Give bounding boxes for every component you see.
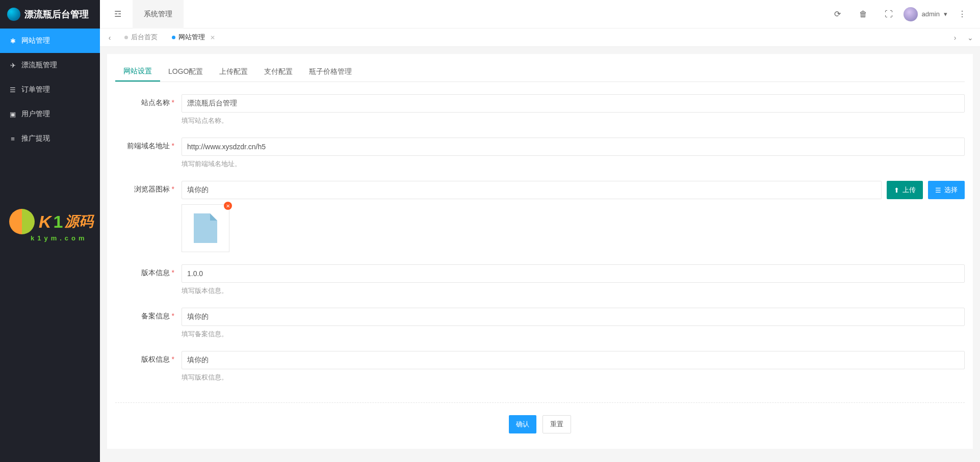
sidebar-item-users[interactable]: ▣ 用户管理 [0, 102, 100, 126]
brand-title: 漂流瓶后台管理 [24, 8, 89, 20]
sidebar-item-bottle[interactable]: ✈ 漂流瓶管理 [0, 53, 100, 77]
label-beian: 备案信息 [141, 312, 170, 320]
reset-label: 重置 [550, 420, 563, 429]
row-copyright: 版权信息* 填写版权信息。 [115, 351, 965, 394]
sidebar-item-label: 用户管理 [21, 110, 50, 119]
tab-logo-config[interactable]: LOGO配置 [160, 62, 211, 81]
chevron-down-icon: ▾ [944, 10, 947, 18]
sidebar-item-label: 网站管理 [21, 36, 50, 45]
inner-tab-label: 支付配置 [264, 67, 293, 76]
favicon-input[interactable] [182, 181, 882, 199]
required-mark: * [172, 268, 174, 277]
main: ☲ 系统管理 ⟳ 🗑 ⛶ admin ▾ ⋮ ‹ 后台首页 网站管理 [100, 0, 980, 462]
inner-tab-label: LOGO配置 [168, 67, 203, 76]
tab-pay-config[interactable]: 支付配置 [256, 62, 301, 81]
tab-dot-icon [172, 36, 175, 39]
page-body: 网站设置 LOGO配置 上传配置 支付配置 瓶子价格管理 站点名称* 填写站点名… [100, 47, 980, 462]
panel-website-settings: 网站设置 LOGO配置 上传配置 支付配置 瓶子价格管理 站点名称* 填写站点名… [107, 54, 973, 449]
file-icon [194, 213, 217, 243]
inner-tabs: 网站设置 LOGO配置 上传配置 支付配置 瓶子价格管理 [115, 62, 965, 82]
confirm-label: 确认 [516, 420, 529, 429]
menu-toggle-icon[interactable]: ☲ [107, 0, 128, 29]
tabstrip-tab-website[interactable]: 网站管理 ✕ [165, 29, 222, 47]
tabstrip-dropdown-icon[interactable]: ⌄ [963, 34, 978, 42]
inner-tab-label: 网站设置 [123, 67, 152, 76]
label-version: 版本信息 [141, 268, 170, 277]
favicon-thumbnail: ✕ [182, 204, 229, 252]
upload-label: 上传 [902, 185, 916, 195]
username: admin [922, 10, 940, 18]
inner-tab-label: 上传配置 [219, 67, 248, 76]
required-mark: * [172, 98, 174, 106]
help-beian: 填写备案信息。 [182, 330, 965, 339]
sidebar-item-website[interactable]: ✱ 网站管理 [0, 29, 100, 53]
sidebar-item-label: 漂流瓶管理 [21, 61, 57, 70]
row-site-name: 站点名称* 填写站点名称。 [115, 94, 965, 138]
select-label: 选择 [944, 185, 958, 195]
reset-button[interactable]: 重置 [543, 415, 571, 433]
sidebar: 漂流瓶后台管理 ✱ 网站管理 ✈ 漂流瓶管理 ☰ 订单管理 ▣ 用户管理 ≡ 推… [0, 0, 100, 462]
avatar [904, 7, 918, 21]
copyright-input[interactable] [182, 351, 965, 369]
topbar-systab-label: 系统管理 [144, 10, 172, 19]
close-icon[interactable]: ✕ [210, 34, 215, 41]
tab-dot-icon [124, 36, 128, 39]
globe-icon: ✱ [9, 37, 16, 45]
help-site-name: 填写站点名称。 [182, 117, 965, 125]
required-mark: * [172, 312, 174, 320]
upload-icon: ⬆ [894, 186, 899, 194]
user-menu[interactable]: admin ▾ [904, 7, 947, 21]
row-favicon: 浏览器图标* ⬆上传 ☰选择 ✕ [115, 181, 965, 264]
help-copyright: 填写版权信息。 [182, 373, 965, 382]
tab-label: 后台首页 [131, 33, 158, 42]
more-icon[interactable]: ⋮ [951, 0, 973, 29]
version-input[interactable] [182, 264, 965, 283]
plane-icon: ✈ [9, 62, 16, 69]
help-domain: 填写前端域名地址。 [182, 160, 965, 169]
form-footer: 确认 重置 [115, 402, 965, 433]
sidebar-item-label: 推广提现 [21, 134, 50, 143]
inner-tab-label: 瓶子价格管理 [309, 67, 352, 76]
sidebar-item-promo[interactable]: ≡ 推广提现 [0, 126, 100, 151]
thumbnail-delete-icon[interactable]: ✕ [224, 202, 232, 210]
tabstrip-next-icon[interactable]: › [947, 34, 963, 42]
calendar-icon: ☰ [9, 86, 16, 94]
tabstrip-tab-home[interactable]: 后台首页 [117, 29, 165, 47]
brand-logo-icon [7, 8, 20, 21]
sidebar-nav: ✱ 网站管理 ✈ 漂流瓶管理 ☰ 订单管理 ▣ 用户管理 ≡ 推广提现 [0, 29, 100, 151]
beian-input[interactable] [182, 308, 965, 326]
sidebar-item-label: 订单管理 [21, 85, 50, 94]
brand: 漂流瓶后台管理 [0, 0, 100, 29]
select-button[interactable]: ☰选择 [928, 181, 965, 199]
required-mark: * [172, 355, 174, 363]
site-name-input[interactable] [182, 94, 965, 113]
row-beian: 备案信息* 填写备案信息。 [115, 308, 965, 351]
label-copyright: 版权信息 [141, 355, 170, 363]
upload-button[interactable]: ⬆上传 [887, 181, 923, 199]
tab-site-settings[interactable]: 网站设置 [115, 62, 160, 81]
help-version: 填写版本信息。 [182, 287, 965, 295]
tabstrip-prev-icon[interactable]: ‹ [102, 34, 117, 42]
required-mark: * [172, 142, 174, 150]
tab-price-manage[interactable]: 瓶子价格管理 [301, 62, 360, 81]
tab-upload-config[interactable]: 上传配置 [211, 62, 256, 81]
tabstrip: ‹ 后台首页 网站管理 ✕ › ⌄ [100, 29, 980, 47]
user-icon: ▣ [9, 111, 16, 118]
confirm-button[interactable]: 确认 [509, 415, 536, 433]
label-favicon: 浏览器图标 [134, 185, 170, 193]
row-version: 版本信息* 填写版本信息。 [115, 264, 965, 308]
tab-label: 网站管理 [178, 33, 205, 42]
fullscreen-icon[interactable]: ⛶ [878, 0, 899, 29]
label-site-name: 站点名称 [141, 98, 170, 106]
list-icon: ≡ [9, 135, 16, 143]
list-icon: ☰ [935, 186, 941, 194]
row-domain: 前端域名地址* 填写前端域名地址。 [115, 138, 965, 181]
topbar: ☲ 系统管理 ⟳ 🗑 ⛶ admin ▾ ⋮ [100, 0, 980, 29]
refresh-icon[interactable]: ⟳ [827, 0, 848, 29]
domain-input[interactable] [182, 138, 965, 156]
label-domain: 前端域名地址 [127, 142, 170, 150]
sidebar-item-orders[interactable]: ☰ 订单管理 [0, 77, 100, 102]
trash-icon[interactable]: 🗑 [853, 0, 874, 29]
required-mark: * [172, 185, 174, 193]
topbar-systab[interactable]: 系统管理 [133, 0, 184, 29]
